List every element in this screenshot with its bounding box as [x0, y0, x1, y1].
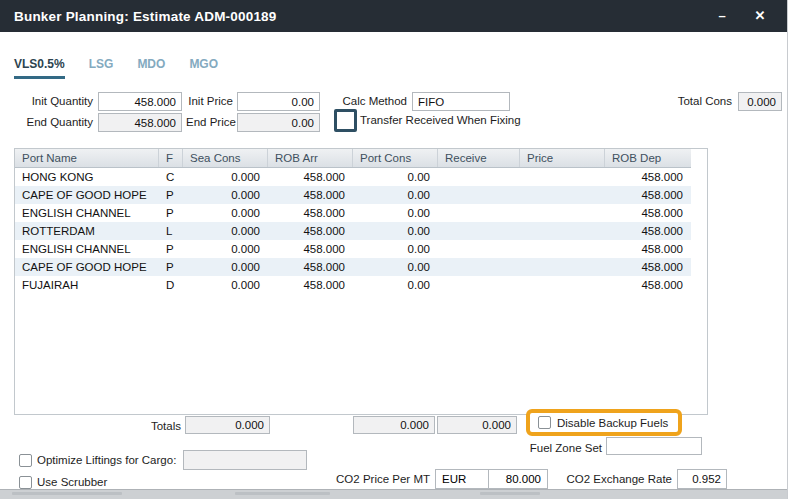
- cell-price: [520, 168, 605, 186]
- background-cutoff-content: [480, 492, 540, 495]
- cell-price: [520, 222, 605, 240]
- totals-port-cons-field: [353, 416, 435, 434]
- background-cutoff-content: [12, 492, 122, 495]
- cell-rob-dep: 458.000: [605, 240, 691, 258]
- tab-vls05[interactable]: VLS0.5%: [14, 57, 65, 79]
- cell-receive: [438, 276, 520, 294]
- cell-port-cons: 0.00: [353, 276, 438, 294]
- cell-port-cons: 0.00: [353, 186, 438, 204]
- cell-f: D: [159, 276, 183, 294]
- cell-rob-arr: 458.000: [268, 240, 353, 258]
- init-quantity-field[interactable]: [98, 92, 182, 111]
- table-row[interactable]: CAPE OF GOOD HOPE P 0.000 458.000 0.00 4…: [15, 258, 691, 276]
- cell-sea-cons: 0.000: [183, 222, 268, 240]
- transfer-received-label: Transfer Received When Fixing: [360, 111, 530, 130]
- cell-rob-dep: 458.000: [605, 222, 691, 240]
- col-header-sea-cons[interactable]: Sea Cons: [183, 149, 268, 167]
- cell-rob-arr: 458.000: [268, 258, 353, 276]
- tab-mgo[interactable]: MGO: [189, 57, 218, 79]
- cell-receive: [438, 222, 520, 240]
- cell-f: P: [159, 240, 183, 258]
- disable-backup-fuels-highlight: Disable Backup Fuels: [526, 409, 682, 436]
- totals-label: Totals: [120, 417, 181, 436]
- total-cons-field: [738, 92, 782, 111]
- title-bar: Bunker Planning: Estimate ADM-000189: [0, 0, 788, 32]
- cell-rob-dep: 458.000: [605, 204, 691, 222]
- grid-header: Port Name F Sea Cons ROB Arr Port Cons R…: [15, 149, 691, 168]
- cell-port-cons: 0.00: [353, 168, 438, 186]
- cell-f: P: [159, 258, 183, 276]
- cell-rob-arr: 458.000: [268, 186, 353, 204]
- calc-method-field[interactable]: [412, 92, 510, 111]
- end-quantity-label: End Quantity: [0, 113, 93, 132]
- optimize-liftings-checkbox[interactable]: [19, 454, 32, 467]
- cell-price: [520, 204, 605, 222]
- cell-rob-arr: 458.000: [268, 204, 353, 222]
- co2-currency-field[interactable]: EUR: [436, 470, 489, 488]
- col-header-rob-dep[interactable]: ROB Dep: [605, 149, 691, 167]
- disable-backup-fuels-checkbox[interactable]: [538, 416, 551, 429]
- close-icon[interactable]: ✕: [745, 0, 775, 32]
- dialog-title: Bunker Planning: Estimate ADM-000189: [14, 9, 277, 24]
- transfer-received-checkbox[interactable]: [339, 114, 352, 127]
- co2-exchange-rate-label: CO2 Exchange Rate: [540, 470, 672, 489]
- init-price-field[interactable]: [237, 92, 320, 111]
- cell-port-cons: 0.00: [353, 240, 438, 258]
- table-row[interactable]: ENGLISH CHANNEL P 0.000 458.000 0.00 458…: [15, 240, 691, 258]
- totals-receive-field: [437, 416, 517, 434]
- cell-port-name: CAPE OF GOOD HOPE: [15, 186, 159, 204]
- cell-port-name: ROTTERDAM: [15, 222, 159, 240]
- cell-sea-cons: 0.000: [183, 240, 268, 258]
- co2-price-field[interactable]: 80.000: [489, 470, 547, 488]
- cell-f: C: [159, 168, 183, 186]
- cell-receive: [438, 240, 520, 258]
- col-header-receive[interactable]: Receive: [438, 149, 520, 167]
- tab-lsg[interactable]: LSG: [89, 57, 114, 79]
- end-quantity-field: [98, 113, 182, 132]
- table-row[interactable]: HONG KONG C 0.000 458.000 0.00 458.000: [15, 168, 691, 186]
- col-header-rob-arr[interactable]: ROB Arr: [268, 149, 353, 167]
- col-header-price[interactable]: Price: [520, 149, 605, 167]
- cell-rob-arr: 458.000: [268, 222, 353, 240]
- background-cutoff-content: [235, 492, 330, 495]
- cell-rob-dep: 458.000: [605, 276, 691, 294]
- col-header-f[interactable]: F: [159, 149, 183, 167]
- cell-f: P: [159, 186, 183, 204]
- cell-sea-cons: 0.000: [183, 186, 268, 204]
- cell-port-cons: 0.00: [353, 222, 438, 240]
- cell-receive: [438, 258, 520, 276]
- cell-port-name: HONG KONG: [15, 168, 159, 186]
- cell-rob-arr: 458.000: [268, 276, 353, 294]
- co2-price-label: CO2 Price Per MT: [330, 470, 430, 489]
- co2-exchange-rate-field[interactable]: [677, 469, 727, 489]
- totals-sea-cons-field: [185, 416, 270, 434]
- cell-port-name: ENGLISH CHANNEL: [15, 204, 159, 222]
- background-page-sliver: [0, 490, 788, 499]
- table-row[interactable]: ENGLISH CHANNEL P 0.000 458.000 0.00 458…: [15, 204, 691, 222]
- init-quantity-label: Init Quantity: [0, 92, 93, 111]
- table-row[interactable]: CAPE OF GOOD HOPE P 0.000 458.000 0.00 4…: [15, 186, 691, 204]
- cell-receive: [438, 186, 520, 204]
- tab-mdo[interactable]: MDO: [137, 57, 165, 79]
- cell-sea-cons: 0.000: [183, 276, 268, 294]
- cell-f: P: [159, 204, 183, 222]
- table-row[interactable]: ROTTERDAM L 0.000 458.000 0.00 458.000: [15, 222, 691, 240]
- cell-port-name: FUJAIRAH: [15, 276, 159, 294]
- fuel-zone-set-label: Fuel Zone Set: [510, 439, 602, 458]
- cell-rob-dep: 458.000: [605, 186, 691, 204]
- cell-receive: [438, 168, 520, 186]
- use-scrubber-checkbox[interactable]: [19, 476, 32, 489]
- cell-price: [520, 186, 605, 204]
- cell-port-cons: 0.00: [353, 258, 438, 276]
- cell-sea-cons: 0.000: [183, 258, 268, 276]
- optimize-liftings-cargo-field: [183, 450, 307, 470]
- col-header-port-name[interactable]: Port Name: [15, 149, 159, 167]
- col-header-port-cons[interactable]: Port Cons: [353, 149, 438, 167]
- table-row[interactable]: FUJAIRAH D 0.000 458.000 0.00 458.000: [15, 276, 691, 294]
- end-price-field: [237, 113, 320, 132]
- fuel-zone-set-field[interactable]: [606, 437, 702, 455]
- cell-receive: [438, 204, 520, 222]
- minimize-icon[interactable]: –: [707, 0, 737, 32]
- disable-backup-fuels-label: Disable Backup Fuels: [557, 417, 668, 429]
- cell-rob-dep: 458.000: [605, 258, 691, 276]
